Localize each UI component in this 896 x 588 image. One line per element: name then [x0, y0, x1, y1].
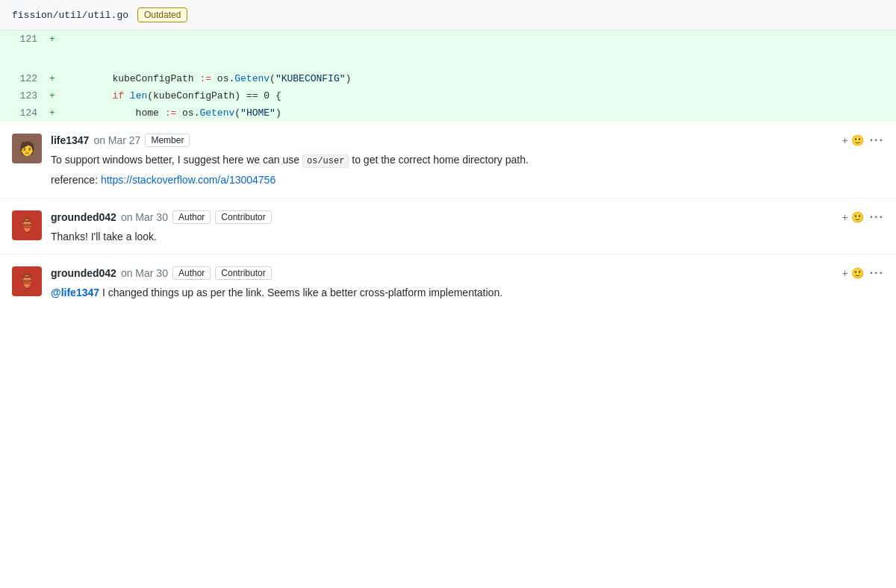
emoji-button-1[interactable]: + 🙂: [842, 134, 864, 146]
line-num-124: 124: [0, 104, 45, 122]
diff-row-empty: [0, 48, 896, 70]
diff-row-121: 121 +: [0, 31, 896, 48]
comment-text-3: @life1347 I changed things up as per the…: [51, 284, 884, 301]
mention-life1347: @life1347: [51, 287, 99, 298]
inline-code-osuser: os/user: [302, 154, 349, 168]
more-button-1[interactable]: ···: [870, 134, 884, 147]
diff-sign-122: +: [45, 70, 60, 87]
comment-date-1: on Mar 27: [93, 134, 140, 146]
diff-sign-124: +: [45, 104, 60, 122]
emoji-button-2[interactable]: + 🙂: [842, 211, 864, 223]
avatar-grounded042-1: 🏺: [12, 210, 42, 240]
badge-contributor-2: Contributor: [215, 266, 271, 280]
comment-author-1: life1347: [51, 134, 89, 146]
badge-author-1: Author: [172, 210, 211, 224]
diff-code-121: [60, 31, 896, 48]
comment-body-2: grounded042 on Mar 30 Author Contributor…: [51, 210, 884, 248]
avatar-life1347: 🧑: [12, 134, 42, 163]
comment-date-3: on Mar 30: [121, 267, 168, 279]
diff-sign-123: +: [45, 87, 60, 104]
line-num-122: 122: [0, 70, 45, 87]
diff-code-124: home := os.Getenv("HOME"): [60, 104, 896, 122]
more-button-2[interactable]: ···: [870, 210, 884, 224]
line-num-121: 121: [0, 31, 45, 48]
comment-actions-1: + 🙂 ···: [842, 134, 884, 147]
file-header: fission/util/util.go Outdated: [0, 0, 896, 31]
comment-author-3: grounded042: [51, 267, 116, 279]
outdated-badge: Outdated: [137, 7, 187, 22]
comment-2: 🏺 grounded042 on Mar 30 Author Contribut…: [0, 198, 896, 254]
comment-date-2: on Mar 30: [121, 211, 168, 223]
file-path: fission/util/util.go: [12, 10, 128, 21]
comment-actions-2: + 🙂 ···: [842, 210, 884, 224]
badge-contributor-1: Contributor: [215, 210, 271, 224]
comment-text-2: Thanks! I'll take a look.: [51, 228, 884, 245]
line-num-123: 123: [0, 87, 45, 104]
comment-header-2: grounded042 on Mar 30 Author Contributor…: [51, 210, 884, 224]
diff-row-123: 123 + if len(kubeConfigPath) == 0 {: [0, 87, 896, 104]
more-button-3[interactable]: ···: [870, 266, 884, 280]
emoji-button-3[interactable]: + 🙂: [842, 267, 864, 279]
diff-code-122: kubeConfigPath := os.Getenv("KUBECONFIG"…: [60, 70, 896, 87]
diff-code-123: if len(kubeConfigPath) == 0 {: [60, 87, 896, 104]
comments-section: 🧑 life1347 on Mar 27 Member + 🙂 ··· To s…: [0, 122, 896, 310]
comment-text-1: To support windows better, I suggest her…: [51, 151, 884, 189]
diff-table: 121 + 122 + kubeConfigPath := os.Getenv(…: [0, 31, 896, 122]
comment-actions-3: + 🙂 ···: [842, 266, 884, 280]
diff-row-122: 122 + kubeConfigPath := os.Getenv("KUBEC…: [0, 70, 896, 87]
comment-body-1: life1347 on Mar 27 Member + 🙂 ··· To sup…: [51, 134, 884, 192]
comment-1: 🧑 life1347 on Mar 27 Member + 🙂 ··· To s…: [0, 122, 896, 198]
avatar-grounded042-2: 🏺: [12, 266, 42, 296]
badge-author-2: Author: [172, 266, 211, 280]
comment-body-3: grounded042 on Mar 30 Author Contributor…: [51, 266, 884, 304]
comment-header-1: life1347 on Mar 27 Member + 🙂 ···: [51, 134, 884, 147]
diff-row-124: 124 + home := os.Getenv("HOME"): [0, 104, 896, 122]
comment-3: 🏺 grounded042 on Mar 30 Author Contribut…: [0, 254, 896, 310]
badge-member: Member: [145, 134, 190, 147]
comment-author-2: grounded042: [51, 211, 116, 223]
reference-link[interactable]: https://stackoverflow.com/a/13004756: [101, 174, 276, 186]
diff-sign-121: +: [45, 31, 60, 48]
comment-header-3: grounded042 on Mar 30 Author Contributor…: [51, 266, 884, 280]
